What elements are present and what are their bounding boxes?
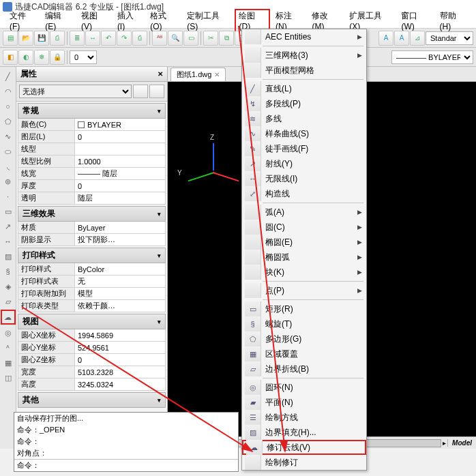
menu-view[interactable]: 视图(V) [77,9,112,33]
tool-ring[interactable]: ◎ [1,326,15,340]
tool-circle[interactable]: ○ [1,100,15,113]
prop-value[interactable]: 5103.2328 [75,366,166,378]
prop-row[interactable]: 线宽——— 随层 [18,168,166,180]
prop-value[interactable]: BYLAYER [75,119,166,131]
prop-value[interactable] [75,143,166,155]
menu-item-无限线I[interactable]: ↔无限线(I) [242,171,366,186]
prop-row[interactable]: 厚度0 [18,180,166,192]
menu-item-AECEntities[interactable]: AEC Entities▶ [242,29,366,44]
prop-value[interactable]: 无 [75,276,166,288]
section-head-general[interactable]: 常规▾ [18,103,166,119]
tb-cut[interactable]: ✂ [203,31,218,46]
prop-value[interactable]: ByLayer [75,222,166,234]
tb-undo[interactable]: ↶ [101,31,116,46]
tool-line[interactable]: ╱ [1,70,15,83]
tool-table[interactable]: ▦ [1,356,15,370]
menu-window[interactable]: 窗口(W) [397,9,434,33]
prop-row[interactable]: 颜色(C)BYLAYER [18,119,166,131]
menu-item-边界折线B[interactable]: ▱边界折线(B) [242,361,366,376]
tool-spline[interactable]: ∿ [1,130,15,143]
prop-value[interactable]: 依赖于颜… [75,300,166,312]
prop-row[interactable]: 阴影显示投下阴影… [18,234,166,246]
menu-format[interactable]: 格式(O) [146,9,181,33]
prop-value[interactable]: 3245.0324 [75,378,166,391]
prop-row[interactable]: 打印样式ByColor [18,263,166,276]
command-input[interactable] [42,460,238,471]
prop-value[interactable]: 0 [75,180,166,192]
layer-num[interactable]: 0 [70,50,97,64]
tb-layer-props[interactable]: ◧ [3,50,18,65]
model-tab[interactable]: Model [447,439,476,447]
menu-insert[interactable]: 插入(I) [113,9,145,33]
menu-item-直线L[interactable]: ╱直线(L) [242,81,366,96]
menu-item-多段线P[interactable]: ↯多段线(P) [242,96,366,111]
prop-row[interactable]: 打印样式表无 [18,276,166,288]
menu-item-样条曲线S[interactable]: ∿样条曲线(S) [242,126,366,141]
bylayer-combo[interactable]: ———— BYLAYER [391,50,473,64]
section-head-viewG[interactable]: 视图▾ [18,314,166,329]
prop-row[interactable]: 圆心Y坐标524.9561 [18,342,166,354]
tool-revcloud[interactable]: ☁ [1,310,16,325]
prop-value[interactable]: 模型 [75,288,166,300]
prop-value[interactable]: 524.9561 [75,342,166,354]
tb-select[interactable]: ▭ [183,31,198,46]
menu-edit[interactable]: 编辑(E) [41,9,76,33]
tool-text[interactable]: ᴬ [1,341,15,355]
prop-row[interactable]: 圆心X坐标1994.5869 [18,329,166,342]
prop-row[interactable]: 图层(L)0 [18,131,166,143]
sel-pick-icon[interactable] [133,85,148,98]
tool-helix[interactable]: § [1,265,15,278]
menu-item-多线[interactable]: ≋多线 [242,111,366,126]
tb-print[interactable]: ⎙ [132,31,147,46]
prop-value[interactable]: 1994.5869 [75,329,166,342]
menu-item-弧A[interactable]: 弧(A)▶ [242,205,366,220]
prop-value[interactable]: 1.0000 [75,155,166,168]
prop-row[interactable]: 宽度5103.2328 [18,366,166,378]
tool-rect[interactable]: ▭ [1,205,15,218]
menu-item-绘制修订[interactable]: 绘制修订 [242,455,366,470]
tb-new[interactable]: ▤ [3,31,18,46]
tb-redo[interactable]: ↷ [117,31,132,46]
prop-value[interactable]: 0 [75,354,166,366]
tool-boundary[interactable]: ▱ [1,295,15,308]
menu-item-块K[interactable]: 块(K)▶ [242,265,366,280]
prop-row[interactable]: 高度3245.0324 [18,378,166,391]
menu-item-圆C[interactable]: 圆(C)▶ [242,220,366,235]
menu-item-修订云线V[interactable]: ☁修订云线(V) [242,440,366,455]
prop-value[interactable]: ——— 随层 [75,168,166,180]
menu-item-多边形G[interactable]: ⬠多边形(G) [242,331,366,346]
menu-item-椭圆弧[interactable]: 椭圆弧▶ [242,250,366,265]
menu-item-矩形R[interactable]: ▭矩形(R) [242,301,366,316]
tb-dim[interactable]: ↔ [85,31,100,46]
tb-find[interactable]: 🔍 [168,31,183,46]
tb-dim-b[interactable]: A [394,31,409,46]
tb-measure[interactable]: ⊿ [410,31,425,46]
tb-open[interactable]: 📂 [18,31,33,46]
menu-custom-tools[interactable]: 定制工具(S) [183,9,233,33]
menu-item-螺旋T[interactable]: §螺旋(T) [242,316,366,331]
menu-item-射线Y[interactable]: ↗射线(Y) [242,156,366,171]
menu-item-绘制方线[interactable]: ☰绘制方线 [242,410,366,425]
tool-ray[interactable]: ↗ [1,220,15,233]
tool-ellipse[interactable]: ⬭ [1,145,15,158]
doc-tab-close-icon[interactable]: ✕ [214,71,220,78]
scroll-right-icon[interactable]: ▸ [443,439,446,447]
section-head-other[interactable]: 其他▾ [18,392,166,408]
menu-item-构造线[interactable]: ⤢构造线 [242,186,366,201]
tool-arc[interactable]: ◠ [1,85,15,98]
doc-tab[interactable]: 图纸1.dwg ✕ [170,68,226,81]
tb-layer-lock[interactable]: 🔒 [50,50,65,65]
menu-item-边界填充H[interactable]: ▨边界填充(H)... [242,425,366,440]
tb-saveas[interactable]: ⎙ [50,31,65,46]
prop-row[interactable]: 线型比例1.0000 [18,155,166,168]
tool-donut[interactable]: ⊚ [1,175,15,188]
section-head-threeD[interactable]: 三维效果▾ [18,206,166,222]
prop-row[interactable]: 透明随层 [18,192,166,205]
menu-item-圆环N[interactable]: ◎圆环(N) [242,380,366,395]
menu-item-平面模型网格[interactable]: 平面模型网格 [242,63,366,78]
menu-item-区域覆盖[interactable]: ▦区域覆盖 [242,346,366,361]
prop-row[interactable]: 材质ByLayer [18,222,166,234]
tool-xline[interactable]: ↔ [1,235,15,248]
prop-row[interactable]: 圆心Z坐标0 [18,354,166,366]
tool-pt[interactable]: · [1,190,15,203]
